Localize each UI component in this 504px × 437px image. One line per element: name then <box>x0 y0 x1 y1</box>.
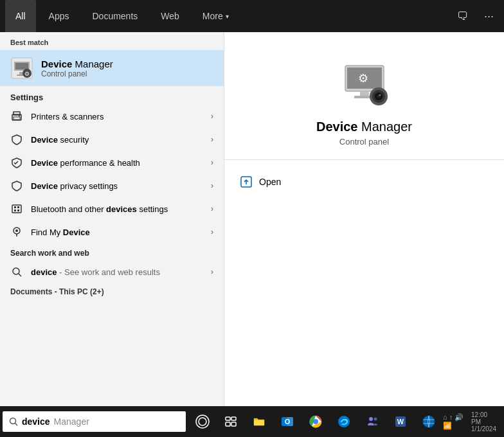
svg-rect-14 <box>17 206 19 208</box>
edge-icon[interactable] <box>331 409 357 434</box>
device-manager-icon: ⚙ <box>10 57 33 80</box>
search-web-text: device - See work and web results <box>31 267 203 277</box>
svg-rect-8 <box>14 112 20 115</box>
settings-item-find-device[interactable]: Find My Device › <box>0 220 224 244</box>
search-icon <box>10 265 23 278</box>
chevron-right-icon: › <box>211 267 213 276</box>
best-match-title: Device Manager <box>41 58 113 69</box>
svg-rect-41 <box>254 420 264 425</box>
taskbar-right: ⌂ ↑ 🔊 📶 12:00 PM1/1/2024 <box>443 411 501 433</box>
svg-rect-39 <box>226 422 230 426</box>
more-options-icon[interactable]: ··· <box>479 7 499 26</box>
svg-rect-23 <box>360 91 369 96</box>
chevron-down-icon: ▾ <box>226 13 229 20</box>
svg-point-36 <box>199 418 206 425</box>
word-icon[interactable]: W <box>388 409 413 434</box>
top-nav: All Apps Documents Web More ▾ 🗨 ··· <box>0 0 504 32</box>
chrome-icon[interactable] <box>303 409 328 434</box>
svg-rect-11 <box>12 205 21 213</box>
find-device-icon <box>10 226 23 238</box>
tab-documents[interactable]: Documents <box>82 0 148 32</box>
feedback-icon[interactable]: 🗨 <box>452 7 474 26</box>
find-device-text: Find My Device <box>31 227 203 237</box>
settings-item-device-performance[interactable]: Device performance & health › <box>0 151 224 174</box>
right-panel: ⚙ Device Manager Control panel Open <box>224 32 504 424</box>
svg-line-20 <box>19 274 21 276</box>
svg-text:⚙: ⚙ <box>24 71 30 77</box>
task-view-icon[interactable] <box>218 409 244 434</box>
svg-point-29 <box>379 94 381 96</box>
bluetooth-icon <box>10 202 23 215</box>
outlook-icon[interactable]: O <box>274 409 300 434</box>
svg-rect-2 <box>15 63 28 69</box>
privacy-icon <box>10 179 23 192</box>
settings-item-device-security[interactable]: Device security › <box>0 128 224 151</box>
left-panel: Best match ⚙ Device Manager Contro <box>0 32 224 424</box>
system-tray: ⌂ ↑ 🔊 📶 <box>443 413 466 430</box>
taskbar-search-icon <box>9 417 18 426</box>
tab-more[interactable]: More ▾ <box>192 0 239 32</box>
best-match-device-manager[interactable]: ⚙ Device Manager Control panel <box>0 50 224 86</box>
open-icon <box>240 175 253 188</box>
teams-icon[interactable] <box>359 409 385 434</box>
svg-point-10 <box>19 116 20 117</box>
svg-rect-40 <box>231 422 236 426</box>
shield-icon <box>10 133 23 146</box>
divider <box>224 159 504 160</box>
svg-rect-37 <box>226 417 230 420</box>
tab-all[interactable]: All <box>5 0 36 32</box>
settings-item-bluetooth[interactable]: Bluetooth and other devices settings › <box>0 197 224 220</box>
health-icon <box>10 156 23 169</box>
search-placeholder-rest: Manager <box>54 416 89 427</box>
svg-text:W: W <box>397 418 404 425</box>
chevron-right-icon: › <box>211 181 213 190</box>
clock: 12:00 PM1/1/2024 <box>471 411 496 433</box>
start-icon[interactable] <box>190 409 215 434</box>
open-label: Open <box>259 177 281 187</box>
main-content: Best match ⚙ Device Manager Contro <box>0 32 504 424</box>
search-web-item[interactable]: device - See work and web results › <box>0 260 224 283</box>
open-button[interactable]: Open <box>224 170 504 193</box>
svg-point-33 <box>10 418 16 424</box>
svg-point-48 <box>369 417 373 421</box>
svg-rect-44 <box>287 417 293 426</box>
search-web-header: Search work and web <box>0 244 224 260</box>
chevron-right-icon: › <box>211 135 213 144</box>
chevron-right-icon: › <box>211 158 213 167</box>
device-manager-right-title: Device Manager <box>316 120 412 134</box>
taskbar-icons: O <box>190 409 442 434</box>
printer-icon <box>10 110 23 123</box>
taskbar-search-box[interactable]: deviceManager <box>3 411 186 432</box>
svg-line-34 <box>15 424 18 426</box>
chevron-right-icon: › <box>211 112 213 121</box>
browser-icon[interactable] <box>416 409 442 434</box>
device-manager-right-subtitle: Control panel <box>339 137 389 147</box>
settings-header: Settings <box>0 86 224 105</box>
svg-rect-15 <box>17 210 19 211</box>
svg-rect-12 <box>14 206 16 208</box>
svg-rect-38 <box>231 417 236 420</box>
chevron-right-icon: › <box>211 227 213 236</box>
documents-item: Documents - This PC (2+) <box>0 283 224 300</box>
device-privacy-text: Device privacy settings <box>31 181 203 191</box>
svg-point-47 <box>338 416 350 427</box>
svg-rect-9 <box>14 117 20 120</box>
best-match-text: Device Manager Control panel <box>41 58 113 78</box>
chevron-right-icon: › <box>211 204 213 213</box>
printers-text: Printers & scanners <box>31 112 203 121</box>
device-performance-text: Device performance & health <box>31 158 203 168</box>
bluetooth-text: Bluetooth and other devices settings <box>31 204 203 214</box>
svg-point-17 <box>15 229 18 232</box>
best-match-label: Best match <box>0 32 224 50</box>
settings-item-printers[interactable]: Printers & scanners › <box>0 105 224 128</box>
svg-point-19 <box>13 268 19 274</box>
file-explorer-icon[interactable] <box>246 409 272 434</box>
device-manager-large-icon: ⚙ <box>339 58 390 109</box>
tab-web[interactable]: Web <box>150 0 190 32</box>
search-typed-text: device <box>22 416 50 427</box>
svg-point-35 <box>196 415 209 428</box>
tab-apps[interactable]: Apps <box>39 0 80 32</box>
svg-text:⚙: ⚙ <box>358 72 368 85</box>
device-security-text: Device security <box>31 135 203 145</box>
settings-item-device-privacy[interactable]: Device privacy settings › <box>0 174 224 197</box>
